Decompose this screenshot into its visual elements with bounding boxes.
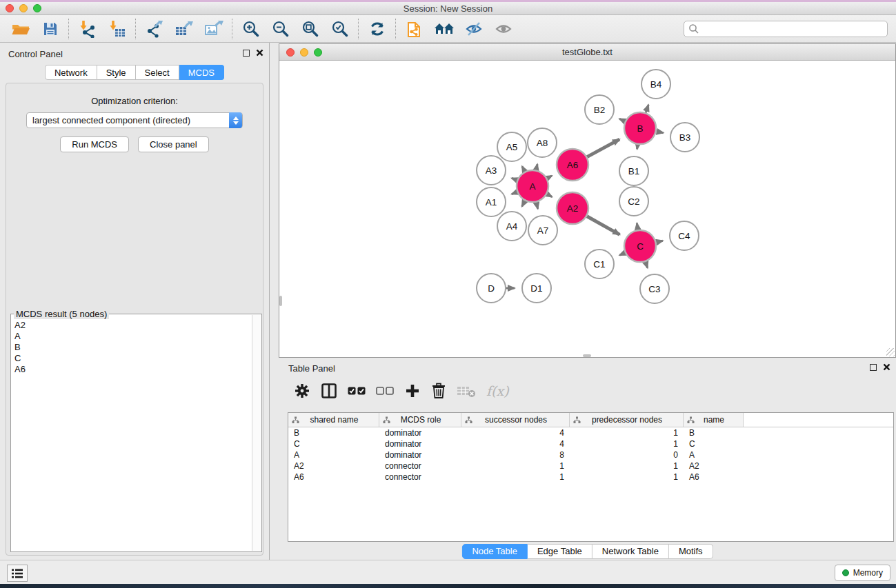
edge-A-A8[interactable] bbox=[536, 164, 537, 170]
result-item[interactable]: C bbox=[14, 353, 252, 364]
network-canvas[interactable]: B4B2BB3A5A8A6A3B1AC2A1A2A4A7C4CC1DD1C3 bbox=[279, 61, 895, 357]
result-item[interactable]: B bbox=[14, 342, 252, 353]
node-C[interactable]: C bbox=[624, 230, 656, 262]
table-row[interactable]: A2connector11A2 bbox=[288, 460, 893, 472]
column-header-MCDS-role[interactable]: MCDS role bbox=[379, 413, 461, 427]
edge-A-A2[interactable] bbox=[547, 194, 552, 197]
table-settings-button[interactable] bbox=[294, 383, 310, 399]
node-B4[interactable]: B4 bbox=[641, 70, 670, 99]
edge-A6-B[interactable] bbox=[587, 139, 619, 156]
close-window-button[interactable] bbox=[6, 4, 14, 12]
edge-B-B4[interactable] bbox=[646, 105, 648, 112]
column-header-successor-nodes[interactable]: successor nodes bbox=[461, 413, 570, 427]
show-panel-button[interactable] bbox=[488, 17, 518, 41]
node-A4[interactable]: A4 bbox=[497, 212, 526, 241]
node-B2[interactable]: B2 bbox=[585, 95, 614, 124]
criterion-select[interactable]: largest connected component (directed) bbox=[26, 112, 243, 128]
node-A7[interactable]: A7 bbox=[528, 216, 557, 245]
edge-A-A7[interactable] bbox=[536, 202, 537, 208]
tab-motifs[interactable]: Motifs bbox=[669, 544, 713, 559]
table-row[interactable]: Bdominator41B bbox=[288, 427, 893, 438]
zoom-selected-button[interactable] bbox=[325, 17, 355, 41]
float-table-panel-icon[interactable] bbox=[870, 364, 877, 371]
node-A8[interactable]: A8 bbox=[528, 128, 557, 157]
tab-style[interactable]: Style bbox=[97, 65, 136, 80]
edge-A2-C[interactable] bbox=[587, 216, 619, 235]
edge-A-A4[interactable] bbox=[522, 201, 525, 206]
save-session-button[interactable] bbox=[35, 17, 65, 41]
zoom-out-button[interactable] bbox=[266, 17, 295, 41]
tab-network-table[interactable]: Network Table bbox=[593, 544, 669, 559]
search-input[interactable] bbox=[699, 23, 883, 34]
deselect-all-button[interactable] bbox=[376, 386, 394, 396]
column-header-name[interactable]: name bbox=[684, 413, 744, 427]
tab-network[interactable]: Network bbox=[45, 65, 97, 80]
memory-button[interactable]: Memory bbox=[835, 565, 890, 581]
edge-A-A3[interactable] bbox=[512, 178, 517, 180]
node-B1[interactable]: B1 bbox=[619, 156, 648, 185]
resize-grip[interactable] bbox=[886, 348, 895, 356]
tab-mcds[interactable]: MCDS bbox=[179, 65, 224, 80]
edge-A-A5[interactable] bbox=[522, 166, 525, 171]
export-table-button[interactable] bbox=[169, 17, 199, 41]
table-row[interactable]: Cdominator41C bbox=[288, 438, 893, 449]
edge-B-B3[interactable] bbox=[657, 132, 664, 133]
result-scrollbar[interactable] bbox=[252, 315, 261, 551]
node-C2[interactable]: C2 bbox=[619, 187, 648, 216]
edge-B-B2[interactable] bbox=[619, 119, 625, 121]
node-C4[interactable]: C4 bbox=[670, 221, 699, 250]
column-header-predecessor-nodes[interactable]: predecessor nodes bbox=[570, 413, 684, 427]
node-A[interactable]: A bbox=[517, 170, 548, 202]
open-session-button[interactable] bbox=[6, 17, 35, 41]
refresh-button[interactable] bbox=[362, 17, 392, 41]
zoom-window-button[interactable] bbox=[33, 4, 41, 12]
tab-node-table[interactable]: Node Table bbox=[461, 544, 528, 559]
network-minimize-button[interactable] bbox=[300, 48, 308, 57]
table-row[interactable]: Adominator80A bbox=[288, 449, 893, 460]
zoom-fit-button[interactable] bbox=[295, 17, 325, 41]
result-item[interactable]: A2 bbox=[14, 320, 252, 331]
task-history-button[interactable] bbox=[7, 565, 28, 582]
tab-select[interactable]: Select bbox=[136, 65, 179, 80]
delete-table-button[interactable] bbox=[457, 383, 476, 398]
node-A5[interactable]: A5 bbox=[497, 132, 526, 161]
import-table-button[interactable] bbox=[102, 17, 132, 41]
zoom-in-button[interactable] bbox=[236, 17, 266, 41]
node-D1[interactable]: D1 bbox=[522, 274, 551, 303]
edge-C-C4[interactable] bbox=[656, 241, 662, 242]
edge-C-C1[interactable] bbox=[619, 253, 625, 255]
delete-row-button[interactable] bbox=[431, 383, 446, 399]
export-network-button[interactable] bbox=[139, 17, 169, 41]
result-item[interactable]: A bbox=[14, 331, 252, 342]
select-all-button[interactable] bbox=[348, 386, 366, 396]
node-A2[interactable]: A2 bbox=[557, 192, 588, 224]
node-D[interactable]: D bbox=[477, 274, 506, 303]
network-graph[interactable]: B4B2BB3A5A8A6A3B1AC2A1A2A4A7C4CC1DD1C3 bbox=[279, 61, 895, 357]
import-network-button[interactable] bbox=[72, 17, 102, 41]
node-C3[interactable]: C3 bbox=[640, 274, 669, 303]
network-vscroll[interactable] bbox=[279, 296, 282, 306]
table-row[interactable]: A6connector11A6 bbox=[288, 472, 893, 483]
close-panel-icon[interactable] bbox=[256, 49, 263, 57]
tab-edge-table[interactable]: Edge Table bbox=[528, 544, 593, 559]
add-row-button[interactable] bbox=[404, 383, 421, 399]
network-hscroll[interactable] bbox=[583, 354, 591, 357]
minimize-window-button[interactable] bbox=[19, 4, 28, 12]
node-C1[interactable]: C1 bbox=[585, 250, 614, 278]
node-table[interactable]: shared nameMCDS rolesuccessor nodesprede… bbox=[288, 412, 894, 542]
close-table-panel-icon[interactable] bbox=[883, 363, 890, 371]
edge-A-A6[interactable] bbox=[547, 176, 552, 179]
node-A1[interactable]: A1 bbox=[477, 187, 506, 216]
home-button[interactable] bbox=[429, 17, 459, 41]
network-close-button[interactable] bbox=[286, 48, 295, 57]
float-panel-icon[interactable] bbox=[243, 50, 250, 57]
node-B[interactable]: B bbox=[624, 112, 656, 144]
edge-C-C2[interactable] bbox=[637, 223, 637, 230]
node-A3[interactable]: A3 bbox=[477, 156, 506, 185]
edge-A-A1[interactable] bbox=[512, 192, 517, 194]
hide-panel-button[interactable] bbox=[459, 17, 488, 41]
open-network-file-button[interactable] bbox=[399, 17, 429, 41]
show-columns-button[interactable] bbox=[321, 383, 337, 399]
column-header-shared-name[interactable]: shared name bbox=[288, 413, 379, 427]
edge-C-C3[interactable] bbox=[646, 262, 648, 268]
